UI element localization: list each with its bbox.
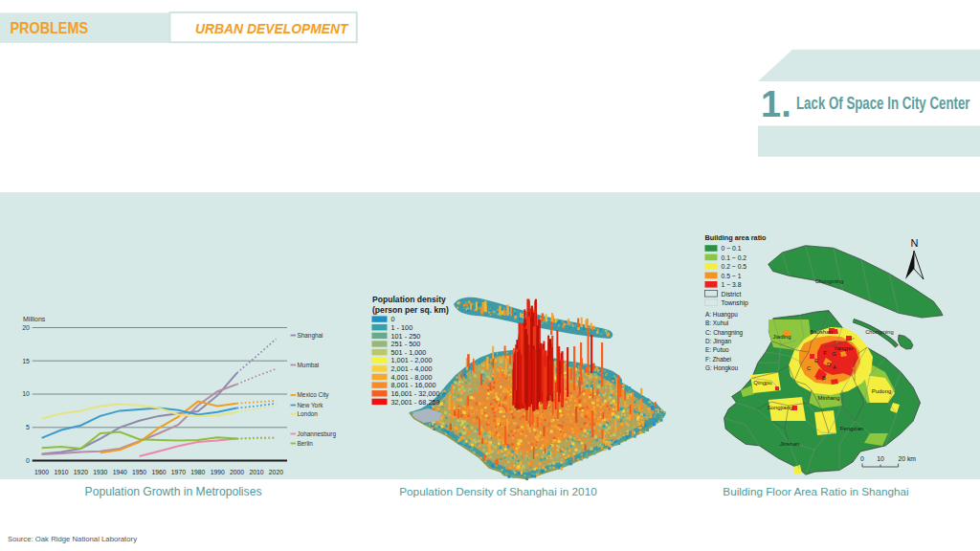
svg-text:D: Jingan: D: Jingan — [705, 338, 731, 345]
svg-text:1900: 1900 — [34, 469, 49, 475]
svg-text:5: 5 — [26, 424, 30, 430]
svg-text:1,001 - 2,000: 1,001 - 2,000 — [391, 356, 433, 364]
svg-text:C: Changning: C: Changning — [705, 329, 744, 337]
svg-text:2020: 2020 — [269, 469, 283, 475]
svg-text:Mumbai: Mumbai — [298, 362, 320, 368]
svg-text:Jiading: Jiading — [772, 334, 791, 340]
svg-text:0.2 ~ 0.5: 0.2 ~ 0.5 — [722, 263, 747, 270]
svg-text:1990: 1990 — [211, 469, 225, 475]
svg-text:B: B — [822, 375, 826, 381]
svg-text:1950: 1950 — [132, 469, 146, 475]
svg-text:E: Putuo: E: Putuo — [705, 346, 729, 353]
svg-text:20: 20 — [22, 324, 30, 331]
svg-text:1940: 1940 — [113, 469, 127, 475]
svg-text:E: E — [814, 358, 818, 364]
svg-text:Minhang: Minhang — [817, 395, 839, 401]
svg-text:20 km: 20 km — [899, 455, 917, 462]
svg-text:Pudong: Pudong — [872, 388, 892, 394]
svg-text:Yangpu: Yangpu — [834, 345, 853, 351]
svg-text:1920: 1920 — [74, 469, 88, 475]
svg-text:Lack Of Space In City Center: Lack Of Space In City Center — [796, 94, 970, 113]
svg-text:F: F — [823, 350, 827, 356]
svg-text:London: London — [298, 410, 319, 417]
svg-text:URBAN DEVELOPMENT: URBAN DEVELOPMENT — [195, 20, 349, 36]
svg-text:Johannesburg: Johannesburg — [298, 430, 337, 438]
svg-text:0: 0 — [26, 457, 30, 464]
svg-text:A: Huangpu: A: Huangpu — [705, 311, 738, 319]
svg-text:A: A — [833, 364, 836, 370]
svg-text:G: G — [832, 351, 836, 357]
svg-text:1.: 1. — [761, 84, 791, 124]
svg-text:Baoshan: Baoshan — [810, 329, 833, 335]
svg-text:PROBLEMS: PROBLEMS — [11, 19, 89, 36]
svg-text:Population density: Population density — [372, 295, 446, 304]
svg-text:1910: 1910 — [54, 469, 68, 475]
svg-text:2000: 2000 — [230, 469, 244, 475]
svg-text:1960: 1960 — [151, 469, 166, 475]
svg-text:32,001 - 68,259: 32,001 - 68,259 — [391, 398, 440, 407]
svg-text:G: Hongkou: G: Hongkou — [705, 364, 739, 372]
svg-text:Songjiang: Songjiang — [768, 405, 793, 410]
svg-text:15: 15 — [22, 358, 30, 364]
svg-text:2010: 2010 — [249, 469, 263, 475]
svg-text:Population Growth in Metropoli: Population Growth in Metropolises — [85, 485, 262, 498]
svg-text:1 - 100: 1 - 100 — [391, 323, 413, 332]
svg-text:1 ~ 3.8: 1 ~ 3.8 — [722, 281, 742, 288]
svg-text:N: N — [911, 237, 919, 249]
svg-text:Chongming: Chongming — [815, 278, 844, 284]
svg-text:0 ~ 0.1: 0 ~ 0.1 — [722, 245, 742, 252]
svg-text:Mexico City: Mexico City — [298, 391, 330, 399]
svg-text:Population Density of Shanghai: Population Density of Shanghai in 2010 — [399, 485, 597, 498]
svg-text:Shanghai: Shanghai — [298, 332, 323, 340]
svg-text:0.1 ~ 0.2: 0.1 ~ 0.2 — [722, 254, 747, 261]
svg-text:Millions: Millions — [23, 316, 46, 322]
svg-text:Chongming: Chongming — [865, 329, 894, 335]
svg-text:F: Zhabei: F: Zhabei — [705, 356, 731, 363]
svg-text:District: District — [722, 291, 742, 298]
svg-text:Building area ratio: Building area ratio — [705, 233, 768, 242]
svg-text:Township: Township — [722, 299, 749, 307]
svg-text:1930: 1930 — [93, 469, 107, 475]
svg-text:0: 0 — [860, 455, 864, 462]
svg-text:10: 10 — [22, 390, 30, 397]
svg-text:C: C — [807, 365, 811, 371]
svg-text:B: Xuhui: B: Xuhui — [705, 320, 728, 326]
svg-text:Qingpu: Qingpu — [753, 380, 771, 386]
svg-text:0.5 ~ 1: 0.5 ~ 1 — [722, 273, 742, 279]
svg-text:1970: 1970 — [171, 469, 186, 475]
svg-text:Berlin: Berlin — [298, 440, 314, 447]
svg-text:D: D — [827, 362, 831, 367]
svg-text:New York: New York — [298, 402, 324, 408]
svg-text:Source: Oak Ridge National Lab: Source: Oak Ridge National Laboratory — [8, 535, 137, 543]
svg-text:1980: 1980 — [190, 469, 205, 475]
svg-text:Building Floor Area Ratio in S: Building Floor Area Ratio in Shanghai — [723, 485, 908, 497]
svg-text:(person per sq. km): (person per sq. km) — [372, 305, 449, 315]
svg-text:Jinshan: Jinshan — [780, 441, 800, 447]
svg-text:8,001 - 16,000: 8,001 - 16,000 — [391, 381, 436, 389]
svg-text:Fengxian: Fengxian — [840, 426, 864, 431]
svg-text:10: 10 — [877, 455, 884, 462]
